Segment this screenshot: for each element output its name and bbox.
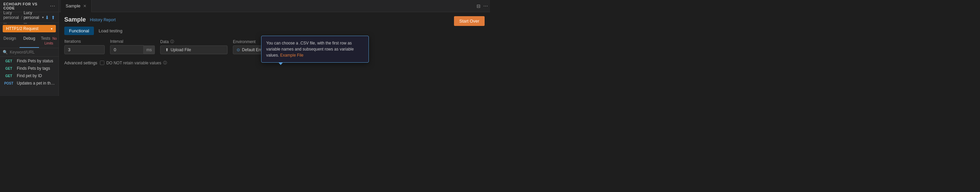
workspace-caret[interactable]: ▾	[42, 16, 44, 19]
api-name: Find pet by ID	[17, 74, 42, 78]
tab-close-icon[interactable]: ✕	[83, 4, 86, 8]
sidebar-search: 🔍 ⚙ ✕	[0, 48, 59, 57]
method-get-badge: GET	[3, 59, 14, 63]
iterations-input[interactable]	[64, 45, 105, 54]
upload-button-label: Upload File	[170, 48, 191, 52]
interval-input-group: ms	[110, 45, 155, 54]
sidebar-tabs: Design Debug Tests No Limits	[0, 34, 59, 48]
api-name: Finds Pets by status	[17, 59, 53, 63]
list-item[interactable]: GET Find pet by ID	[0, 72, 59, 80]
http-button-wrap: HTTP1/2 Request ▾	[0, 23, 59, 34]
http-request-button[interactable]: HTTP1/2 Request ▾	[3, 25, 56, 32]
app-title: ECHOAPI FOR VS CODE	[3, 2, 50, 10]
tab-load-testing[interactable]: Load testing	[94, 27, 127, 35]
download-icon[interactable]: ⬇	[45, 15, 49, 20]
advanced-settings-label: Advanced settings	[64, 61, 97, 66]
workspace-name2: Lucy personal ...	[24, 10, 40, 25]
interval-group: Interval ms	[110, 39, 155, 54]
main-area: Sample ✕ ⊟ ⋯ Sample History Report Start…	[59, 0, 490, 96]
tab-design[interactable]: Design	[0, 34, 19, 48]
api-name: Finds Pets by tags	[17, 66, 50, 71]
retain-variable-checkbox[interactable]	[100, 61, 104, 65]
checkbox-info-icon[interactable]: ⓘ	[163, 60, 167, 66]
data-label-row: Data ⓘ	[160, 39, 228, 44]
list-item[interactable]: GET Finds Pets by tags	[0, 65, 59, 72]
history-report-link[interactable]: History Report	[90, 18, 116, 22]
method-get-badge: GET	[3, 74, 14, 78]
sample-tab[interactable]: Sample ✕	[61, 0, 92, 12]
fields-row: Iterations Interval ms Data ⓘ	[64, 39, 485, 54]
retain-variable-label: DO NOT retain variable values	[107, 61, 161, 66]
tab-bar: Sample ✕ ⊟ ⋯	[59, 0, 490, 12]
iterations-label: Iterations	[64, 39, 105, 44]
data-group: Data ⓘ ⬆ Upload File You can choose a .C…	[160, 39, 228, 54]
retain-variable-row: DO NOT retain variable values ⓘ	[100, 60, 167, 66]
sidebar: ECHOAPI FOR VS CODE ⋯ Lucy personal ... …	[0, 0, 59, 96]
form-area: Iterations Interval ms Data ⓘ	[64, 39, 485, 92]
data-info-icon[interactable]: ⓘ	[170, 39, 174, 44]
data-tooltip-popup: You can choose a .CSV file, with the fir…	[261, 36, 369, 62]
tab-tests[interactable]: Tests No Limits	[39, 34, 59, 48]
env-icon: ⊙	[237, 48, 240, 52]
data-label: Data	[160, 39, 169, 44]
interval-label: Interval	[110, 39, 155, 44]
method-get-badge: GET	[3, 67, 14, 70]
interval-unit: ms	[144, 45, 155, 54]
method-post-badge: POST	[3, 82, 14, 85]
tab-functional[interactable]: Functional	[64, 27, 94, 35]
list-item[interactable]: GET Finds Pets by status	[0, 57, 59, 65]
upload-file-button[interactable]: ⬆ Upload File	[160, 45, 228, 54]
start-over-button[interactable]: Start Over	[454, 16, 485, 26]
more-options-icon[interactable]: ⋯	[483, 3, 488, 9]
tab-label: Sample	[65, 3, 80, 8]
content-tabs: Functional Load testing	[64, 27, 485, 35]
content-header: Sample History Report	[64, 16, 116, 23]
upload-icon[interactable]: ⬆	[51, 15, 55, 20]
interval-input[interactable]	[110, 45, 144, 54]
page-title: Sample	[64, 16, 86, 23]
workspace-row: Lucy personal ... / Lucy personal ... ▾ …	[0, 12, 59, 23]
tab-debug[interactable]: Debug	[19, 34, 39, 48]
sidebar-more-icon[interactable]: ⋯	[50, 3, 55, 9]
http-button-caret: ▾	[51, 27, 52, 30]
tooltip-text: You can choose a .CSV file, with the fir…	[266, 41, 354, 58]
search-input[interactable]	[10, 50, 60, 54]
content-area: Sample History Report Start Over Functio…	[59, 12, 490, 96]
iterations-group: Iterations	[64, 39, 105, 54]
search-icon: 🔍	[3, 50, 8, 54]
split-view-icon[interactable]: ⊟	[477, 3, 480, 9]
http-button-label: HTTP1/2 Request	[6, 26, 38, 31]
content-header-row: Sample History Report Start Over	[64, 16, 485, 27]
workspace-name1[interactable]: Lucy personal ...	[3, 10, 20, 25]
tooltip-arrow	[278, 62, 283, 65]
api-list: GET Finds Pets by status GET Finds Pets …	[0, 57, 59, 96]
example-file-link[interactable]: Example File	[280, 53, 303, 58]
workspace-separator: /	[21, 15, 22, 20]
api-name: Updates a pet in the sto...	[17, 81, 55, 86]
list-item[interactable]: POST Updates a pet in the sto...	[0, 80, 59, 87]
upload-icon: ⬆	[165, 48, 169, 52]
